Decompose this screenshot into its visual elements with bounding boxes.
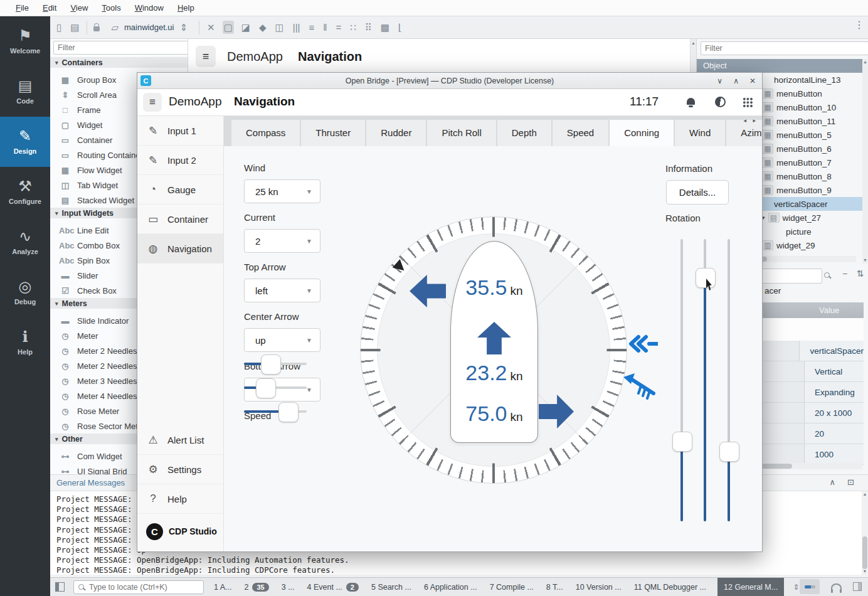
layout-columns-icon[interactable]: ◫ (274, 21, 285, 34)
day-night-contrast-icon[interactable] (715, 97, 726, 107)
menu-item[interactable]: Edit (36, 0, 63, 16)
console-vertical-scrollbar[interactable]: ▲ ▼ (862, 491, 868, 575)
menu-item[interactable]: Help (171, 0, 201, 16)
support-headset-icon[interactable] (831, 583, 842, 590)
tab[interactable]: Speed (553, 120, 608, 146)
output-pane-button[interactable]: 3 ... (280, 578, 296, 596)
toolbar-overflow-icon[interactable]: ⋮ (854, 19, 864, 31)
output-pane-button[interactable]: 7 Compile ... (489, 578, 535, 596)
nav-item[interactable]: ✎ Input 1 (137, 116, 223, 146)
activity-bar-item[interactable]: ⚒ Configure (0, 167, 50, 217)
sort-filter-icon[interactable]: ⇅ (857, 269, 864, 279)
toggle-right-panel-icon[interactable] (853, 582, 862, 591)
rotation-slider[interactable] (696, 239, 714, 521)
frame-tool-icon[interactable]: ▢ (223, 21, 234, 34)
progress-details-icon[interactable] (800, 579, 820, 594)
layout-vertical-icon[interactable]: ||| (292, 21, 302, 34)
preview-titlebar[interactable]: C Open Bridge - [Preview] — CDP Studio (… (137, 73, 762, 89)
search-zoom-icon[interactable] (824, 270, 830, 280)
activity-bar-item[interactable]: ✎ Design (0, 117, 50, 167)
output-pane-button[interactable]: 2 35 (243, 578, 270, 596)
output-pane-button[interactable]: 10 Version ... (574, 578, 623, 596)
property-value-cell[interactable]: 20 x 1000 (805, 403, 864, 423)
speed-slider[interactable] (244, 354, 307, 373)
menu-item[interactable]: Tools (95, 0, 127, 16)
wind-combobox[interactable]: 25 kn▼ (244, 179, 320, 203)
slider-handle[interactable] (672, 432, 692, 452)
hamburger-menu-icon[interactable]: ≡ (143, 93, 162, 112)
tab[interactable]: Rudder (366, 120, 426, 146)
slider-handle[interactable] (278, 402, 299, 422)
slider-handle[interactable] (696, 268, 716, 288)
nav-item[interactable]: ⚙ Settings (137, 455, 223, 484)
raise-widget-icon[interactable]: ◪ (240, 21, 251, 34)
close-icon[interactable]: ✕ (749, 77, 756, 85)
tab-scroll-arrows-icon[interactable]: ◂ ▸ (743, 117, 758, 124)
collapse-pane-icon[interactable]: ∧ (829, 477, 835, 487)
center-arrow-combobox[interactable]: up▼ (244, 328, 320, 352)
speed-slider[interactable] (244, 378, 307, 397)
nav-item[interactable]: ◍ Navigation (137, 234, 223, 263)
tab[interactable]: Thruster (301, 120, 365, 146)
menu-item[interactable]: View (63, 0, 95, 16)
slider-handle[interactable] (256, 378, 276, 398)
file-dropdown-icon[interactable]: ⇕ (179, 21, 189, 34)
output-pane-button[interactable]: 1 A... (213, 578, 233, 596)
tab[interactable]: Depth (497, 120, 551, 146)
palette-filter-input[interactable] (53, 41, 188, 55)
details-button[interactable]: Details... (666, 180, 729, 205)
nav-item[interactable]: ✎ Input 2 (137, 146, 223, 175)
menu-item[interactable]: Window (128, 0, 171, 16)
output-pane-button[interactable]: 4 Event ... 2 (306, 578, 360, 596)
output-pane-button[interactable]: 5 Search ... (370, 578, 413, 596)
output-pane-button[interactable]: 11 QML Debugger ... (633, 578, 707, 596)
slider-handle[interactable] (261, 354, 281, 375)
activity-bar-item[interactable]: ∿ Analyze (0, 217, 50, 267)
toggle-sidebar-icon[interactable] (55, 582, 65, 592)
slider-handle[interactable] (719, 442, 739, 462)
object-column-header[interactable]: Object (697, 59, 864, 73)
tab[interactable]: Conning (610, 120, 674, 146)
locator-input[interactable] (73, 580, 204, 594)
file-selector[interactable]: ▱ mainwidget.ui ⇕ (106, 21, 193, 34)
output-pane-title[interactable]: General Messages (56, 478, 125, 487)
tab[interactable]: Azimuth (726, 120, 762, 146)
maximize-icon[interactable]: ∧ (733, 77, 739, 85)
output-pane-button[interactable]: 8 T... (545, 578, 564, 596)
layout-form-icon[interactable]: ∷ (349, 21, 357, 34)
nav-item[interactable]: ▭ Container (137, 205, 223, 234)
layout-splitter-horizontal-icon[interactable]: = (334, 21, 342, 34)
nav-item[interactable]: ⚠ Alert List (137, 425, 223, 455)
adjust-size-icon[interactable]: ⌊ (397, 21, 403, 34)
tree-vertical-scrollbar[interactable]: ▲ ▼ (862, 59, 868, 263)
palette-row[interactable]: ▾ Containers (50, 57, 188, 68)
tab[interactable]: Pitch Roll (427, 120, 495, 146)
output-pane-button[interactable]: 12 General M... (717, 578, 784, 596)
property-value-cell[interactable]: 20 (805, 423, 864, 444)
property-value-cell[interactable]: verticalSpacer (800, 341, 864, 361)
activity-bar-item[interactable]: ⚑ Welcome (0, 16, 50, 67)
layout-splitter-vertical-icon[interactable]: ‖ (322, 21, 328, 34)
menu-item[interactable]: File (9, 0, 36, 16)
hamburger-menu-icon[interactable]: ≡ (196, 46, 216, 67)
pane-updown-icon[interactable]: ⇕ (793, 583, 799, 592)
layout-grid-icon[interactable]: ⠿ (364, 21, 373, 34)
buddy-edit-icon[interactable]: ◆ (258, 21, 268, 34)
property-value-cell[interactable]: Vertical (805, 361, 864, 381)
new-file-icon[interactable]: ▯ (55, 21, 63, 34)
apps-grid-icon[interactable] (743, 97, 753, 107)
current-combobox[interactable]: 2▼ (244, 229, 320, 253)
property-value-cell[interactable]: Expanding (805, 382, 864, 402)
nav-item[interactable]: ◔ Gauge (137, 175, 223, 205)
locator[interactable] (73, 580, 204, 594)
top-arrow-combobox[interactable]: left▼ (244, 279, 320, 302)
activity-bar-item[interactable]: ▤ Code (0, 67, 50, 117)
remove-editor-icon[interactable]: ✕ (206, 21, 216, 34)
activity-bar-item[interactable]: ℹ Help (0, 317, 50, 368)
speed-slider[interactable] (244, 402, 307, 421)
remove-icon[interactable]: − (842, 269, 847, 279)
tab[interactable]: Compass (231, 120, 300, 146)
nav-item[interactable]: ? Help (137, 484, 223, 514)
popout-pane-icon[interactable]: ⊡ (847, 477, 854, 487)
lock-icon[interactable] (93, 26, 100, 31)
